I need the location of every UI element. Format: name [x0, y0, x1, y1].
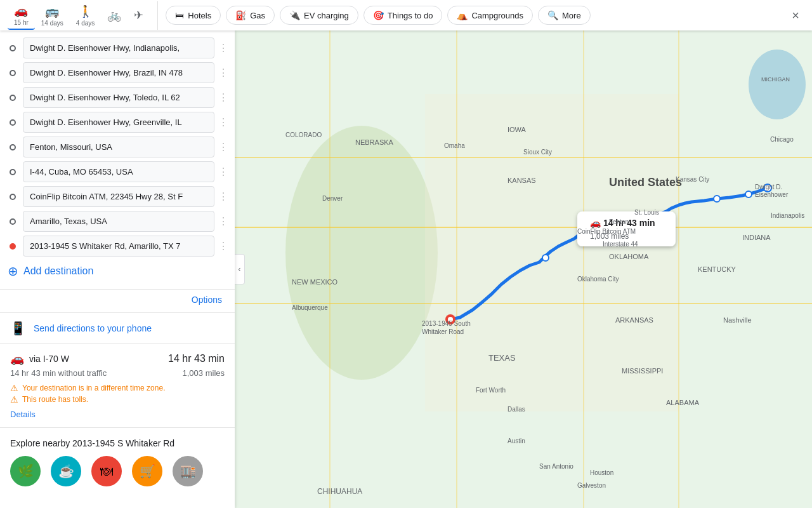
add-icon: ⊕	[8, 264, 18, 279]
route-info: 🚗 via I-70 W 14 hr 43 min 14 hr 43 min w…	[0, 344, 235, 428]
label-galveston: Galveston	[577, 482, 606, 489]
label-amarillo: 2013-1945 South	[422, 320, 471, 327]
label-kansascity: Kansas City	[676, 176, 709, 183]
drag-handle-8[interactable]: ⋮	[217, 215, 230, 227]
svg-point-14	[745, 191, 752, 197]
waypoint-row-2: ⋮	[0, 60, 235, 85]
send-directions-row[interactable]: 📱 Send directions to your phone	[0, 313, 235, 344]
route-sub: 14 hr 43 min without traffic 1,003 miles	[10, 368, 225, 378]
waypoint-input-8[interactable]	[23, 211, 214, 232]
tab-bike[interactable]: 🚲	[101, 6, 128, 25]
explore-coffee[interactable]: ☕	[51, 456, 81, 486]
label-colorado: COLORADO	[285, 131, 322, 138]
drag-handle-2[interactable]: ⋮	[217, 67, 230, 79]
waypoint-row-9: ⋮	[0, 234, 235, 258]
walk-time: 4 days	[76, 20, 95, 27]
close-button[interactable]: ×	[787, 6, 804, 25]
explore-icons: 🌿 ☕ 🍽 🛒	[10, 456, 225, 486]
label-alabama: ALABAMA	[666, 399, 700, 406]
label-dw-ike2: Eisenhower	[755, 191, 789, 198]
warning-icon-1: ⚠	[10, 383, 18, 393]
wp7-dot	[10, 194, 16, 200]
drag-handle-7[interactable]: ⋮	[217, 190, 230, 203]
drag-handle-9[interactable]: ⋮	[217, 240, 230, 252]
filter-ev[interactable]: 🔌 EV charging	[280, 6, 358, 25]
label-amarillo2: Whitaker Road	[422, 328, 464, 335]
label-kansas: KANSAS	[508, 177, 536, 184]
wp9-icon	[5, 243, 20, 250]
label-dallas: Dallas	[508, 406, 525, 413]
waypoint-input-4[interactable]	[23, 112, 214, 133]
svg-point-5	[285, 126, 438, 380]
label-nm: NEW MEXICO	[292, 278, 338, 286]
explore-more[interactable]: 🏬	[173, 456, 203, 486]
explore-title: Explore nearby 2013-1945 S Whitaker Rd	[10, 438, 225, 448]
explore-section: Explore nearby 2013-1945 S Whitaker Rd 🌿…	[0, 428, 235, 497]
filter-more[interactable]: 🔍 More	[538, 6, 591, 25]
waypoint-input-9[interactable]	[23, 236, 214, 257]
filter-gas[interactable]: ⛽ Gas	[226, 6, 275, 25]
waypoint-input-7[interactable]	[23, 186, 214, 207]
details-link[interactable]: Details	[10, 410, 36, 419]
wp5-icon	[5, 144, 20, 150]
tab-drive[interactable]: 🚗 15 hr	[8, 1, 35, 30]
label-kentucky: KENTUCKY	[698, 265, 737, 273]
options-button[interactable]: Options	[187, 292, 227, 307]
ev-icon: 🔌	[289, 10, 300, 20]
car-route-icon: 🚗	[10, 352, 24, 366]
wp8-dot	[10, 218, 16, 225]
options-row: Options	[0, 290, 235, 313]
label-indiana: INDIANA	[742, 234, 771, 241]
route-name: via I-70 W	[29, 354, 69, 364]
waypoint-row-6: ⋮	[0, 159, 235, 184]
explore-parks[interactable]: 🌿	[10, 456, 41, 486]
waypoints-section: ⋮ ⋮ ⋮	[0, 30, 235, 290]
poi-filters: 🛏 Hotels ⛽ Gas 🔌 EV charging 🎯 Things to…	[166, 6, 784, 25]
wp4-dot	[10, 119, 16, 126]
gas-label: Gas	[250, 11, 265, 20]
label-mississippi: MISSISSIPPI	[622, 367, 663, 375]
label-omaha: Omaha	[444, 142, 465, 149]
drag-handle-1[interactable]: ⋮	[217, 42, 230, 54]
drag-handle-5[interactable]: ⋮	[217, 141, 230, 153]
drag-handle-3[interactable]: ⋮	[217, 91, 230, 104]
shopping-icon-circle: 🛒	[132, 456, 162, 486]
transit-icon: 🚌	[45, 4, 59, 18]
label-indianapolis: Indianapolis	[771, 212, 804, 219]
waypoint-input-5[interactable]	[23, 137, 214, 157]
add-destination-row[interactable]: ⊕ Add destination	[0, 258, 235, 284]
transport-tabs: 🚗 15 hr 🚌 14 days 🚶 4 days 🚲 ✈	[8, 1, 158, 30]
walk-icon: 🚶	[79, 4, 93, 18]
tab-transit[interactable]: 🚌 14 days	[35, 2, 70, 29]
waypoint-input-6[interactable]	[23, 161, 214, 182]
filter-campgrounds[interactable]: ⛺ Campgrounds	[447, 6, 533, 25]
filter-hotels[interactable]: 🛏 Hotels	[166, 6, 221, 25]
tab-walk[interactable]: 🚶 4 days	[70, 2, 101, 29]
parks-icon-circle: 🌿	[10, 456, 41, 486]
wp5-dot	[10, 144, 16, 150]
collapse-sidebar-button[interactable]: ‹	[235, 254, 245, 284]
things-icon: 🎯	[373, 10, 384, 20]
add-destination-label: Add destination	[23, 265, 93, 277]
waypoint-input-2[interactable]	[23, 62, 214, 83]
wp1-dot	[10, 45, 16, 51]
map-area[interactable]: 🚗 14 hr 43 min 1,003 miles United States…	[235, 30, 812, 508]
route-miles: 1,003 miles	[183, 368, 225, 378]
drag-handle-4[interactable]: ⋮	[217, 116, 230, 128]
parks-icon: 🌿	[18, 464, 34, 479]
route-without-traffic: 14 hr 43 min without traffic	[10, 368, 107, 378]
warning-text-1: Your destination is in a different time …	[22, 384, 165, 392]
wp8-icon	[5, 218, 20, 225]
explore-food[interactable]: 🍽	[91, 456, 122, 486]
label-i44: Interstate 44	[603, 241, 638, 248]
drag-handle-6[interactable]: ⋮	[217, 166, 230, 178]
filter-things[interactable]: 🎯 Things to do	[363, 6, 443, 25]
label-oklahoma: OKLAHOMA	[609, 253, 649, 260]
explore-shopping[interactable]: 🛒	[132, 456, 162, 486]
bike-icon: 🚲	[107, 8, 121, 22]
waypoint-input-3[interactable]	[23, 87, 214, 108]
waypoint-input-1[interactable]	[23, 37, 214, 58]
wp4-icon	[5, 119, 20, 126]
label-austin: Austin	[508, 438, 525, 444]
tab-flight[interactable]: ✈	[128, 6, 150, 25]
